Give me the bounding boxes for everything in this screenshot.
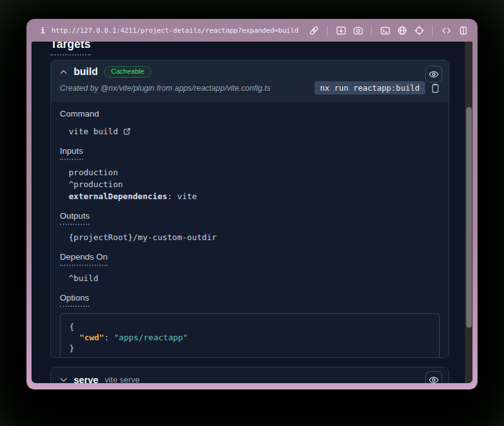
json-open-brace: {	[69, 321, 430, 332]
target-card-build: build Cacheable Created by @nx/vite/plug…	[50, 60, 449, 358]
scrollbar-track[interactable]	[465, 42, 472, 383]
inputs-label: Inputs	[60, 146, 83, 160]
cacheable-badge: Cacheable	[104, 66, 151, 78]
run-command-chip: nx run reactapp:build	[314, 81, 425, 95]
serve-command-summary: vite serve	[105, 375, 140, 384]
external-link-icon[interactable]	[123, 127, 131, 135]
info-icon[interactable]: i	[40, 26, 45, 35]
target-name-build: build	[74, 66, 98, 78]
code-icon[interactable]	[440, 25, 452, 36]
depends-on-label: Depends On	[60, 252, 108, 266]
camera-icon[interactable]	[352, 25, 364, 36]
link-icon[interactable]	[308, 25, 319, 36]
desktop-background: i http://127.0.0.1:4211/project-details/…	[0, 0, 504, 426]
page-title: Targets	[50, 42, 91, 55]
options-label: Options	[60, 293, 89, 307]
options-section: Options { "cwd": "apps/reactapp" }	[60, 292, 440, 358]
output-item: {projectRoot}/my-custom-outdir	[69, 231, 440, 243]
screenshot-save-icon[interactable]	[335, 25, 346, 36]
input-item: production	[69, 166, 440, 178]
view-target-graph-button[interactable]	[425, 66, 442, 83]
command-label: Command	[60, 109, 99, 119]
build-card-body: Command vite build Inputs production	[51, 101, 449, 358]
created-by-text: Created by @nx/vite/plugin from apps/rea…	[60, 84, 314, 93]
target-name-serve: serve	[74, 374, 98, 384]
options-json-viewer: { "cwd": "apps/reactapp" }	[60, 313, 440, 358]
scrollbar-thumb[interactable]	[466, 107, 472, 328]
toolbar-separator	[327, 25, 328, 35]
terminal-icon[interactable]	[379, 25, 391, 36]
command-value: vite build	[69, 125, 118, 137]
input-item-external-deps: externalDependencies: vite	[69, 190, 440, 202]
depends-on-item: ^build	[69, 272, 440, 284]
serve-card-header[interactable]: serve vite serve	[51, 367, 449, 383]
outputs-section: Outputs {projectRoot}/my-custom-outdir	[60, 210, 440, 243]
depends-on-section: Depends On ^build	[60, 251, 440, 284]
copy-command-button[interactable]	[431, 83, 440, 93]
crosshair-icon[interactable]	[413, 25, 425, 36]
inputs-section: Inputs production ^production externalDe…	[60, 145, 440, 202]
split-panel-icon[interactable]	[457, 25, 469, 36]
browser-toolbar: i http://127.0.0.1:4211/project-details/…	[26, 19, 478, 42]
url-bar[interactable]: http://127.0.0.1:4211/project-details/re…	[52, 26, 308, 35]
json-cwd-line: "cwd": "apps/reactapp"	[69, 332, 430, 343]
build-card-header[interactable]: build Cacheable Created by @nx/vite/plug…	[51, 60, 449, 101]
chevron-down-icon[interactable]	[60, 377, 67, 383]
target-card-serve: serve vite serve	[50, 367, 449, 383]
outputs-label: Outputs	[60, 211, 89, 225]
page-viewport: Targets build Cacheable C	[32, 42, 472, 383]
json-close-brace: }	[69, 343, 430, 354]
browser-window: i http://127.0.0.1:4211/project-details/…	[26, 19, 478, 389]
toolbar-separator	[432, 25, 433, 35]
chevron-up-icon[interactable]	[60, 69, 67, 75]
command-section: Command vite build	[60, 108, 440, 137]
view-target-graph-button[interactable]	[425, 371, 442, 383]
toolbar-separator	[371, 25, 372, 35]
input-item: ^production	[69, 178, 440, 190]
globe-icon[interactable]	[396, 25, 408, 36]
toolbar-icon-group	[308, 25, 469, 36]
